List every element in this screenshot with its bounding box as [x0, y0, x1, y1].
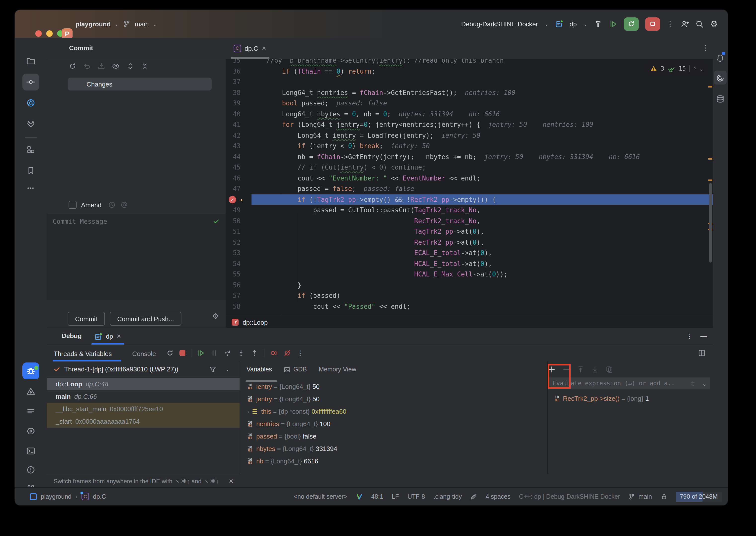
database-tool-icon[interactable]	[716, 94, 725, 103]
line-number[interactable]: 52	[226, 237, 240, 248]
code-line-57[interactable]: 57 if (passed)	[226, 290, 713, 301]
step-into-icon[interactable]	[237, 349, 245, 357]
thread-selector[interactable]: Thread-1-[dp] (0xfffff6a93010 (LWP 27)) …	[47, 361, 239, 377]
code-line-40[interactable]: 40 Long64_t nbytes = 0, nb = 0; nbytes: …	[226, 109, 713, 119]
commit-settings-gear-icon[interactable]: ⚙	[212, 312, 219, 321]
stepping-kebab[interactable]: ⋮	[297, 349, 304, 357]
status-item-main[interactable]: main	[628, 493, 652, 500]
status-item[interactable]	[660, 493, 667, 500]
breadcrumb-project[interactable]: playground	[41, 493, 72, 500]
services-tool-icon[interactable]	[26, 427, 35, 436]
expand-chevron-icon[interactable]: ›	[248, 409, 250, 414]
copy-watch-button[interactable]	[605, 365, 614, 373]
amend-checkbox[interactable]	[69, 201, 77, 209]
structure-tool-icon[interactable]	[26, 145, 35, 154]
line-number[interactable]: 50	[226, 216, 240, 226]
refresh-icon[interactable]	[69, 62, 77, 70]
variable-row-this[interactable]: ›this = {dp *const} 0xffffffffea60	[240, 405, 548, 418]
line-number[interactable]: 56	[226, 280, 240, 290]
code-line-48[interactable]: ✓→ if (!TagTrk2_pp->empty() && !RecTrk2_…	[226, 194, 713, 205]
changes-node[interactable]: Changes	[68, 78, 212, 90]
frame-row[interactable]: _start0x0000aaaaaaaa1764	[47, 415, 239, 428]
debug-session-tab-dp[interactable]: dp ✕	[94, 328, 121, 345]
code-line-45[interactable]: 45 // if (Cut(ientry) < 0) continue;	[226, 162, 713, 173]
service-selector[interactable]: dp	[570, 20, 577, 28]
resume-icon[interactable]	[197, 349, 205, 357]
pause-icon[interactable]	[210, 349, 218, 357]
code-line-53[interactable]: 53 ECAL_E_total->at(0),	[226, 248, 713, 258]
move-watch-down-button[interactable]	[591, 365, 599, 373]
more-tools-icon[interactable]: •••	[27, 185, 34, 191]
variable-row-nb[interactable]: 1001nb = {Long64_t} 6616	[240, 455, 548, 467]
status-item-utf-8[interactable]: UTF-8	[407, 493, 425, 500]
code-line-39[interactable]: 39 bool passed; passed: false	[226, 98, 713, 109]
problems-tool-icon[interactable]	[26, 465, 35, 474]
expand-all-icon[interactable]	[126, 62, 134, 70]
status-item--no-default-server-[interactable]: <no default server>	[294, 493, 347, 500]
line-number[interactable]: 44	[226, 151, 240, 162]
frame-row[interactable]: dp::Loopdp.C:48	[47, 378, 239, 390]
thread-chevron-icon[interactable]: ⌄	[225, 366, 230, 372]
prev-problem-chevron-icon[interactable]: ⌃	[693, 66, 696, 71]
line-number[interactable]: 38	[226, 87, 240, 98]
filter-funnel-icon[interactable]	[209, 365, 217, 373]
tab-gdb[interactable]: GDB	[284, 366, 307, 373]
code-line-58[interactable]: 58 cout << "Passed" << endl;	[226, 301, 713, 312]
step-over-icon[interactable]	[224, 349, 232, 357]
debug-run-icon[interactable]	[609, 20, 617, 28]
commit-button[interactable]: Commit	[68, 312, 105, 326]
minimize-window-button[interactable]	[46, 30, 53, 37]
close-window-button[interactable]	[35, 30, 42, 37]
status-item-lf[interactable]: LF	[392, 493, 399, 500]
code-line-42[interactable]: 42 Long64_t ientry = LoadTree(jentry); i…	[226, 130, 713, 141]
line-number[interactable]: 36	[226, 66, 240, 77]
code-line-52[interactable]: 52 RecTrk2_pp->at(0),	[226, 237, 713, 248]
status-item--clang-tidy[interactable]: .clang-tidy	[433, 493, 462, 500]
debug-options-kebab[interactable]: ⋮	[686, 332, 693, 340]
add-user-icon[interactable]	[680, 20, 689, 28]
project-selector[interactable]: playground	[76, 20, 111, 28]
line-number[interactable]: 58	[226, 301, 240, 312]
mute-breakpoints-icon[interactable]	[283, 349, 291, 357]
tab-memory-view[interactable]: Memory View	[319, 366, 356, 373]
search-everywhere-icon[interactable]	[695, 20, 704, 28]
line-number[interactable]: 49	[226, 205, 240, 216]
ai-assistant-icon[interactable]	[716, 74, 725, 83]
variable-row-nbytes[interactable]: 1001nbytes = {Long64_t} 331394	[240, 443, 548, 455]
code-line-43[interactable]: 43 if (ientry < 0) break; ientry: 50	[226, 141, 713, 151]
rollback-icon[interactable]	[83, 62, 91, 70]
mention-icon[interactable]	[120, 201, 128, 209]
stop-button[interactable]	[645, 17, 660, 31]
pull-requests-icon[interactable]	[26, 98, 35, 107]
line-number[interactable]: 42	[226, 130, 240, 141]
frame-row[interactable]: __libc_start_main0x0000ffff725ee10	[47, 403, 239, 415]
rerun-debug-button[interactable]	[624, 17, 639, 31]
code-line-50[interactable]: 50 RecTrk2_track_No,	[226, 216, 713, 226]
branch-selector[interactable]: main	[135, 20, 149, 28]
tab-console[interactable]: Console	[132, 345, 156, 362]
bookmarks-tool-icon[interactable]	[26, 166, 35, 175]
collapse-all-icon[interactable]	[141, 62, 149, 70]
close-hint-icon[interactable]: ✕	[229, 478, 234, 485]
code-line-49[interactable]: 49 passed = CutTool::passCut(TagTrk2_tra…	[226, 205, 713, 216]
tab-dp.C[interactable]: C dp.C ✕	[229, 38, 271, 59]
commit-message-input[interactable]: Commit Message	[47, 214, 226, 300]
terminal-tool-icon[interactable]	[26, 447, 35, 455]
project-tool-icon[interactable]	[26, 57, 35, 66]
editor-scrollbar[interactable]	[708, 59, 713, 316]
status-item-c-dp-debug-darkshine-docker[interactable]: C++: dp | Debug-DarkSHINE Docker	[519, 493, 620, 500]
close-session-icon[interactable]: ✕	[116, 333, 121, 340]
line-number[interactable]: 39	[226, 98, 240, 109]
sticky-function-line[interactable]: f dp::Loop	[226, 316, 713, 328]
commit-and-push-button[interactable]: Commit and Push...	[110, 312, 181, 326]
line-number[interactable]: 47	[226, 184, 240, 194]
more-actions-kebab[interactable]: ⋮	[667, 19, 674, 28]
variable-row-ientry[interactable]: 1001ientry = {Long64_t} 50	[240, 380, 548, 393]
line-number[interactable]: 43	[226, 141, 240, 151]
run-configuration-selector[interactable]: Debug-DarkSHINE Docker	[461, 20, 538, 28]
expand-evaluate-chevron-icon[interactable]: ⌄	[703, 381, 706, 386]
code-line-37[interactable]: 37	[226, 77, 713, 87]
evaluate-expression-input[interactable]: Evaluate expression (↵) or add a.. ⌄	[548, 377, 710, 389]
code-line-47[interactable]: 47 passed = false; passed: false	[226, 184, 713, 194]
code-line-51[interactable]: 51 TagTrk2_pp->at(0),	[226, 226, 713, 237]
